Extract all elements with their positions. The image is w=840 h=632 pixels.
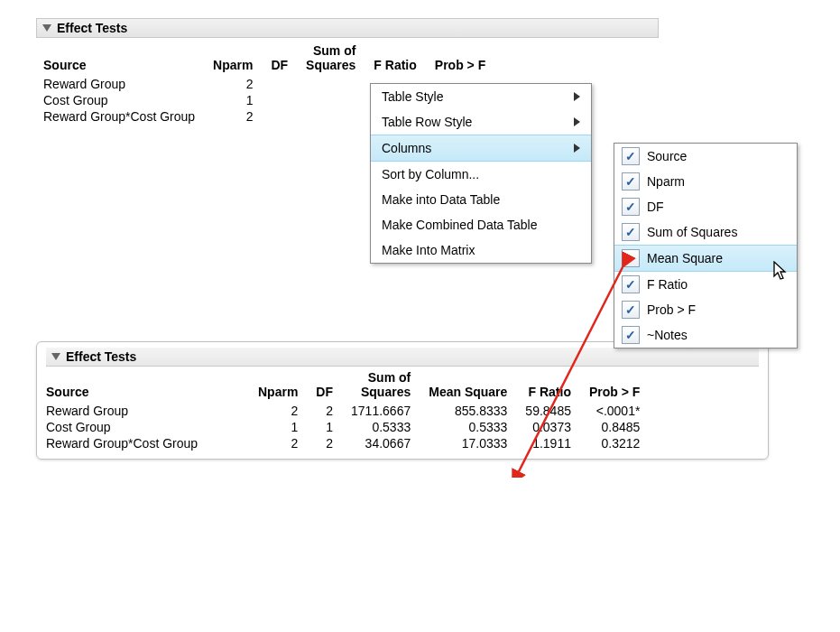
table-header-row: Source Nparm DF Sum of Squares Mean Squa… bbox=[46, 370, 649, 403]
bottom-effect-tests-panel: Effect Tests Source Nparm DF Sum of Squa… bbox=[36, 341, 769, 460]
submenu-item-sum-of-squares[interactable]: ✓ Sum of Squares bbox=[614, 219, 797, 245]
submenu-item-source[interactable]: ✓ Source bbox=[614, 144, 797, 169]
chevron-right-icon bbox=[574, 92, 580, 101]
col-sum-sq[interactable]: Sum of Squares bbox=[342, 370, 420, 403]
col-probf[interactable]: Prob > F bbox=[580, 370, 649, 403]
columns-submenu: ✓ Source ✓ Nparm ✓ DF ✓ Sum of Squares M… bbox=[614, 143, 798, 349]
col-source[interactable]: Source bbox=[46, 370, 249, 403]
table-row[interactable]: Reward Group*Cost Group 2 2 34.0667 17.0… bbox=[46, 435, 649, 451]
submenu-item-f-ratio[interactable]: ✓ F Ratio bbox=[614, 272, 797, 297]
checkbox-icon[interactable]: ✓ bbox=[622, 275, 640, 293]
table-row[interactable]: Cost Group 1 1 0.5333 0.5333 0.0373 0.84… bbox=[46, 419, 649, 435]
menu-item-sort-by-column[interactable]: Sort by Column... bbox=[371, 162, 591, 187]
col-nparm[interactable]: Nparm bbox=[204, 43, 262, 76]
col-df[interactable]: DF bbox=[262, 43, 297, 76]
col-fratio[interactable]: F Ratio bbox=[516, 370, 580, 403]
checkbox-icon[interactable]: ✓ bbox=[622, 172, 640, 191]
menu-item-table-row-style[interactable]: Table Row Style bbox=[371, 109, 591, 135]
chevron-right-icon bbox=[574, 117, 580, 126]
chevron-right-icon bbox=[574, 144, 580, 153]
submenu-item-nparm[interactable]: ✓ Nparm bbox=[614, 169, 797, 194]
col-probf[interactable]: Prob > F bbox=[426, 43, 494, 76]
checkbox-icon[interactable]: ✓ bbox=[622, 301, 640, 319]
col-mean-sq[interactable]: Mean Square bbox=[420, 370, 516, 403]
submenu-item-mean-square[interactable]: Mean Square bbox=[614, 245, 797, 272]
menu-item-table-style[interactable]: Table Style bbox=[371, 84, 591, 109]
submenu-item-prob-f[interactable]: ✓ Prob > F bbox=[614, 297, 797, 322]
menu-item-columns[interactable]: Columns bbox=[371, 135, 591, 162]
menu-item-make-into-matrix[interactable]: Make Into Matrix bbox=[371, 237, 591, 263]
submenu-item-notes[interactable]: ✓ ~Notes bbox=[614, 322, 797, 348]
submenu-item-df[interactable]: ✓ DF bbox=[614, 194, 797, 219]
panel-title: Effect Tests bbox=[66, 349, 136, 364]
col-sum-sq[interactable]: Sum of Squares bbox=[297, 43, 365, 76]
panel-title: Effect Tests bbox=[57, 21, 127, 35]
checkbox-icon[interactable]: ✓ bbox=[622, 147, 640, 165]
col-source[interactable]: Source bbox=[43, 43, 204, 76]
disclosure-triangle-icon[interactable] bbox=[51, 353, 60, 360]
checkbox-icon[interactable]: ✓ bbox=[622, 223, 640, 241]
table-row[interactable]: Reward Group 2 2 1711.6667 855.8333 59.8… bbox=[46, 403, 649, 419]
checkbox-icon[interactable]: ✓ bbox=[622, 326, 640, 344]
col-nparm[interactable]: Nparm bbox=[249, 370, 307, 403]
panel-header[interactable]: Effect Tests bbox=[36, 18, 659, 38]
table-header-row: Source Nparm DF Sum of Squares F Ratio P… bbox=[43, 43, 494, 76]
top-effect-tests-panel: Effect Tests Source Nparm DF Sum of Squa… bbox=[36, 18, 659, 125]
menu-item-make-data-table[interactable]: Make into Data Table bbox=[371, 187, 591, 212]
context-menu: Table Style Table Row Style Columns Sort… bbox=[370, 83, 592, 264]
checkbox-icon[interactable]: ✓ bbox=[622, 198, 640, 216]
col-fratio[interactable]: F Ratio bbox=[365, 43, 425, 76]
checkbox-icon[interactable] bbox=[622, 249, 640, 267]
menu-item-make-combined-table[interactable]: Make Combined Data Table bbox=[371, 212, 591, 237]
disclosure-triangle-icon[interactable] bbox=[42, 24, 51, 32]
col-df[interactable]: DF bbox=[307, 370, 342, 403]
panel-header[interactable]: Effect Tests bbox=[46, 348, 759, 367]
